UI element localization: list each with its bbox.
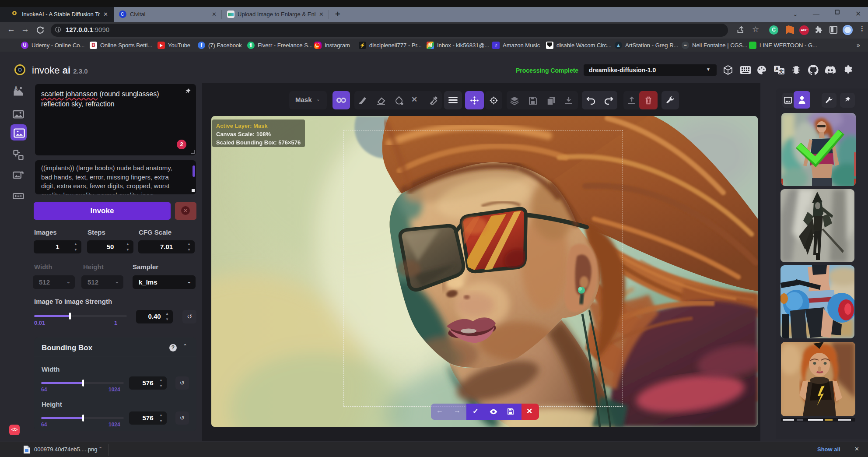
svg-text:A: A [775, 66, 779, 71]
svg-text:文: 文 [779, 69, 784, 74]
